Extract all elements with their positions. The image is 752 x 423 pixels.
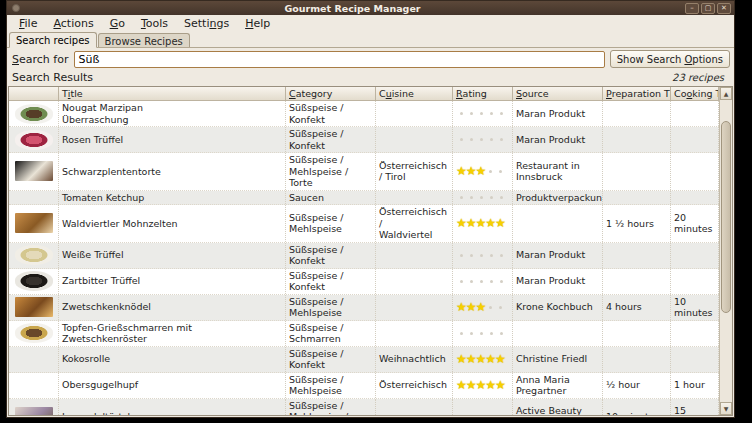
table-header: TitleCategoryCuisineRatingSourcePreparat… xyxy=(9,87,719,101)
table-body: Nougat Marzipan ÜberraschungSüßspeise / … xyxy=(9,101,719,415)
column-header-prep[interactable]: Preparation Time xyxy=(603,87,671,101)
scroll-up-button[interactable]: ▲ xyxy=(720,87,732,100)
cell-cook xyxy=(671,243,719,268)
rating-star-icon: ★ xyxy=(466,166,476,176)
cell-cook: 1 hour xyxy=(671,373,719,398)
minimize-button[interactable]: – xyxy=(685,3,699,14)
scroll-down-button[interactable]: ▼ xyxy=(720,402,732,415)
cell-cuisine xyxy=(376,399,453,416)
cell-rating: ★★★★★ xyxy=(453,373,513,398)
rating-star-icon: ★ xyxy=(456,166,466,176)
column-header-cuisine[interactable]: Cuisine xyxy=(376,87,453,101)
menu-item-actions[interactable]: Actions xyxy=(45,16,101,31)
maximize-button[interactable]: ▢ xyxy=(701,3,715,14)
cell-prep xyxy=(603,243,671,268)
table-row[interactable]: SchwarzplententorteSüßspeise / Mehlspeis… xyxy=(9,153,719,191)
rating-dot-icon xyxy=(480,112,483,115)
rating-dot-icon xyxy=(460,112,463,115)
cell-source: Maran Produkt xyxy=(513,269,603,294)
rating-dot-icon xyxy=(490,196,493,199)
menu-item-help[interactable]: Help xyxy=(237,16,278,31)
cell-thumb xyxy=(9,399,59,416)
rating-star-icon: ★ xyxy=(495,354,505,364)
rating-star-icon: ★ xyxy=(456,218,466,228)
window-titlebar[interactable]: Gourmet Recipe Manager – ▢ ✕ xyxy=(7,1,734,15)
rating-dot-icon xyxy=(489,170,492,173)
cell-cuisine xyxy=(376,295,453,320)
rating-dot-icon xyxy=(500,254,503,257)
tab-search-recipes[interactable]: Search recipes xyxy=(9,32,97,48)
column-header-source[interactable]: Source xyxy=(513,87,603,101)
cell-title: Rosen Trüffel xyxy=(59,127,286,152)
recipe-thumbnail xyxy=(15,297,53,317)
cell-cook xyxy=(671,101,719,126)
table-row[interactable]: LavendeltörtchenSüßspeise / Mehlspeise /… xyxy=(9,399,719,416)
cell-thumb xyxy=(9,321,59,346)
cell-cuisine: Österreichisch xyxy=(376,373,453,398)
rating-dot-icon xyxy=(489,306,492,309)
cell-source xyxy=(513,321,603,346)
table-row[interactable]: ZwetschkenknödelSüßspeise / Mehlspeise★★… xyxy=(9,295,719,321)
table-row[interactable]: Waldviertler MohnzeltenSüßspeise / Mehls… xyxy=(9,205,719,243)
rating-star-icon: ★ xyxy=(495,218,505,228)
cell-source: Maran Produkt xyxy=(513,101,603,126)
cell-thumb xyxy=(9,191,59,205)
cell-title: Tomaten Ketchup xyxy=(59,191,286,205)
rating-star-icon: ★ xyxy=(466,218,476,228)
recipe-count: 23 recipes xyxy=(672,72,724,83)
recipe-thumbnail xyxy=(15,130,53,150)
rating-star-icon: ★ xyxy=(476,354,486,364)
cell-rating: ★★★★★ xyxy=(453,205,513,242)
rating-star-icon: ★ xyxy=(476,302,486,312)
rating-star-icon: ★ xyxy=(466,380,476,390)
menu-item-tools[interactable]: Tools xyxy=(133,16,176,31)
table-row[interactable]: Rosen TrüffelSüßspeise / KonfektMaran Pr… xyxy=(9,127,719,153)
table-row[interactable]: Topfen-Grießschmarren mit Zwetschkenröst… xyxy=(9,321,719,347)
menu-item-go[interactable]: Go xyxy=(102,16,133,31)
column-header-rating[interactable]: Rating xyxy=(453,87,513,101)
scrollbar-thumb[interactable] xyxy=(721,121,731,313)
rating-dot-icon xyxy=(460,254,463,257)
column-header-thumb[interactable] xyxy=(9,87,59,101)
column-header-category[interactable]: Category xyxy=(286,87,376,101)
table-row[interactable]: Zartbitter TrüffelSüßspeise / KonfektMar… xyxy=(9,269,719,295)
search-input[interactable] xyxy=(74,51,604,68)
cell-prep: 10 minutes xyxy=(603,399,671,416)
column-header-cook[interactable]: Cooking Time xyxy=(671,87,719,101)
cell-prep: ½ hour xyxy=(603,373,671,398)
cell-rating xyxy=(453,101,513,126)
cell-thumb xyxy=(9,101,59,126)
cell-rating xyxy=(453,321,513,346)
cell-title: Schwarzplententorte xyxy=(59,153,286,190)
cell-cuisine: Österreichisch / Waldviertel xyxy=(376,205,453,242)
cell-title: Waldviertler Mohnzelten xyxy=(59,205,286,242)
rating-dot-icon xyxy=(480,254,483,257)
rating-dot-icon xyxy=(470,112,473,115)
table-row[interactable]: KokosrolleSüßspeise / KonfektWeihnachtli… xyxy=(9,347,719,373)
rating-dot-icon xyxy=(460,138,463,141)
cell-category: Saucen xyxy=(286,191,376,205)
cell-rating xyxy=(453,127,513,152)
cell-cook xyxy=(671,127,719,152)
table-row[interactable]: Nougat Marzipan ÜberraschungSüßspeise / … xyxy=(9,101,719,127)
tab-browse-recipes[interactable]: Browse Recipes xyxy=(98,33,190,47)
column-header-title[interactable]: Title xyxy=(59,87,286,101)
cell-cuisine: Österreichisch / Tirol xyxy=(376,153,453,190)
menu-item-file[interactable]: File xyxy=(11,16,45,31)
cell-prep xyxy=(603,321,671,346)
table-row[interactable]: ObersgugelhupfSüßspeise / MehlspeiseÖste… xyxy=(9,373,719,399)
window-icon[interactable] xyxy=(12,4,20,12)
table-row[interactable]: Tomaten KetchupSaucenProduktverpackung xyxy=(9,191,719,206)
menu-item-settings[interactable]: Settings xyxy=(176,16,237,31)
tab-bar: Search recipes Browse Recipes xyxy=(7,31,734,48)
rating-star-icon: ★ xyxy=(485,380,495,390)
recipe-thumbnail xyxy=(15,104,53,124)
cell-category: Süßspeise / Konfekt xyxy=(286,243,376,268)
table-row[interactable]: Weiße TrüffelSüßspeise / KonfektMaran Pr… xyxy=(9,243,719,269)
close-button[interactable]: ✕ xyxy=(717,3,731,14)
v-scrollbar[interactable]: ▲ ▼ xyxy=(719,87,732,415)
rating-dot-icon xyxy=(470,280,473,283)
cell-cuisine xyxy=(376,101,453,126)
rating-dot-icon xyxy=(500,112,503,115)
show-search-options-button[interactable]: Show Search Options xyxy=(610,50,730,68)
